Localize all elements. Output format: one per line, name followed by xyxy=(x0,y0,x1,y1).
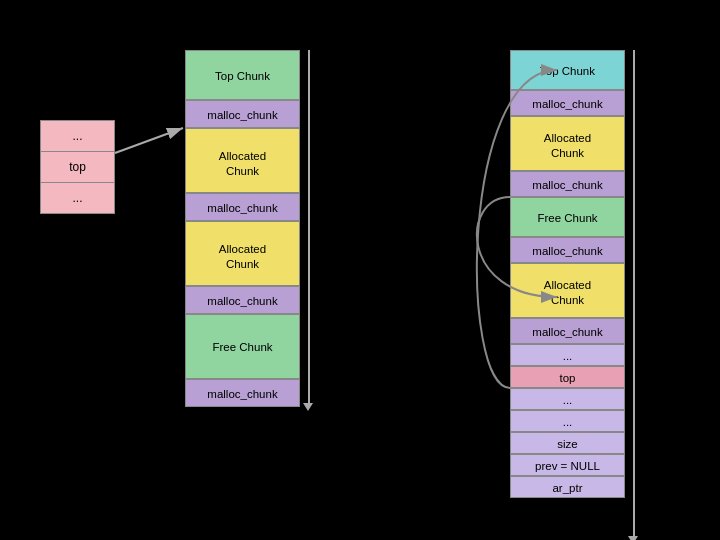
right-free: Free Chunk xyxy=(510,197,625,237)
svg-line-2 xyxy=(115,128,183,153)
left-alloc1: AllocatedChunk xyxy=(185,128,300,193)
left-malloc3: malloc_chunk xyxy=(185,286,300,314)
struct-row-top: top xyxy=(41,152,114,183)
right-malloc3: malloc_chunk xyxy=(510,237,625,263)
right-top-chunk: Top Chunk xyxy=(510,50,625,90)
diagram: ... top ... Top Chunk malloc_chunk Alloc… xyxy=(0,0,720,540)
right-malloc1: malloc_chunk xyxy=(510,90,625,116)
right-dots1: ... xyxy=(510,344,625,366)
right-arrow-line xyxy=(633,50,635,540)
right-malloc4: malloc_chunk xyxy=(510,318,625,344)
struct-box: ... top ... xyxy=(40,120,115,214)
left-free: Free Chunk xyxy=(185,314,300,379)
right-prev: prev = NULL xyxy=(510,454,625,476)
left-arrow-line xyxy=(308,50,310,407)
left-alloc2: AllocatedChunk xyxy=(185,221,300,286)
struct-row-dots2: ... xyxy=(41,183,114,213)
right-arrow-head xyxy=(628,536,638,540)
right-alloc1: AllocatedChunk xyxy=(510,116,625,171)
col-left: Top Chunk malloc_chunk AllocatedChunk ma… xyxy=(185,50,300,407)
left-malloc2: malloc_chunk xyxy=(185,193,300,221)
right-dots2: ... xyxy=(510,388,625,410)
right-size: size xyxy=(510,432,625,454)
left-top-chunk: Top Chunk xyxy=(185,50,300,100)
right-alloc2: AllocatedChunk xyxy=(510,263,625,318)
struct-row-dots1: ... xyxy=(41,121,114,152)
right-ar-ptr: ar_ptr xyxy=(510,476,625,498)
left-malloc4: malloc_chunk xyxy=(185,379,300,407)
right-top-field: top xyxy=(510,366,625,388)
left-arrow-head xyxy=(303,403,313,411)
left-malloc1: malloc_chunk xyxy=(185,100,300,128)
col-right: Top Chunk malloc_chunk AllocatedChunk ma… xyxy=(510,50,625,498)
right-dots3: ... xyxy=(510,410,625,432)
right-malloc2: malloc_chunk xyxy=(510,171,625,197)
